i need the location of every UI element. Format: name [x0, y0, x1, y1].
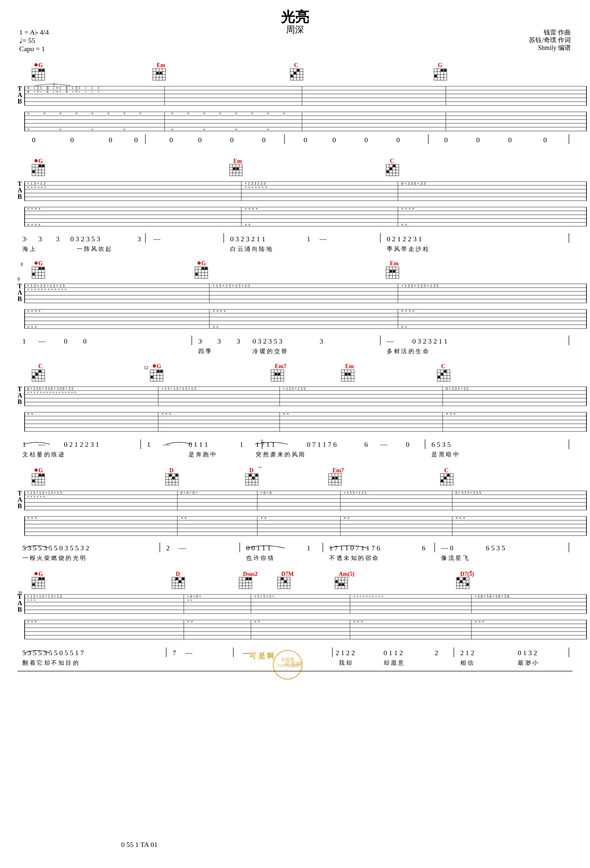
svg-point-411	[176, 474, 178, 477]
chord-G5: G	[38, 467, 43, 474]
svg-text:0 3 2 3 2 1 1: 0 3 2 3 2 1 1	[230, 235, 265, 243]
chord-C5: C	[444, 467, 448, 474]
svg-point-335	[444, 370, 447, 373]
svg-text:T: T	[18, 180, 22, 187]
svg-text:—: —	[185, 649, 193, 657]
chord-D5: D	[170, 467, 174, 474]
svg-point-401	[42, 474, 44, 477]
svg-point-422	[255, 474, 258, 477]
svg-point-556	[460, 580, 462, 583]
svg-text:可  是  啊: 可 是 啊	[249, 652, 274, 660]
svg-text:2  1 2 2: 2 1 2 2	[336, 649, 355, 657]
svg-text:×: ×	[43, 111, 46, 116]
svg-text:吉他谱: 吉他谱	[281, 657, 294, 662]
svg-point-213	[39, 267, 41, 270]
svg-text:0: 0	[406, 440, 409, 449]
svg-point-294	[35, 373, 38, 375]
svg-text:×: ×	[203, 127, 205, 132]
svg-text:A: A	[18, 392, 22, 399]
svg-text:0  0 1 1 1: 0 0 1 1 1	[246, 544, 271, 552]
svg-point-316	[278, 373, 280, 375]
svg-text:1 7 1 1  0 7 1 1 7 6: 1 7 1 1 0 7 1 1 7 6	[329, 544, 381, 552]
svg-text:2: 2	[166, 544, 170, 552]
svg-text:A: A	[18, 289, 22, 296]
svg-text:0: 0	[83, 337, 87, 345]
svg-point-420	[249, 474, 252, 477]
svg-text:×    ×: × ×	[344, 516, 350, 521]
svg-text:×: ×	[59, 111, 62, 116]
svg-text:0  2 1 2 2 3 1: 0 2 1 2 2 3 1	[387, 235, 422, 243]
svg-text:×: ×	[123, 127, 125, 132]
svg-point-506	[32, 583, 35, 586]
svg-text:×    ×: × ×	[181, 516, 187, 521]
svg-text:0 1 3 2: 0 1 3 2	[518, 649, 537, 657]
svg-point-28	[291, 75, 293, 77]
svg-text:B: B	[18, 606, 22, 613]
svg-rect-0	[0, 0, 590, 868]
svg-point-399	[32, 480, 35, 482]
svg-text:×     ×     ×     ×: × × × ×	[245, 207, 258, 211]
svg-point-306	[160, 370, 163, 373]
svg-point-333	[438, 376, 440, 378]
svg-point-441	[447, 474, 450, 477]
svg-text:×      ×      ×: × × ×	[27, 598, 35, 602]
chord-Am5: Am(5)	[339, 571, 354, 577]
svg-text:0 2 1 2 2 3 1: 0 2 1 2 2 3 1	[64, 440, 99, 449]
svg-point-558	[466, 583, 469, 586]
svg-point-536	[284, 580, 287, 583]
svg-text:1: 1	[34, 86, 35, 90]
svg-text:0: 0	[304, 136, 307, 144]
svg-text:×: ×	[65, 90, 68, 94]
chord-Em1: Em	[156, 62, 165, 68]
svg-point-132	[42, 165, 44, 167]
svg-point-224	[195, 273, 198, 276]
svg-text:一  阵  风  吹  起: 一 阵 风 吹 起	[77, 246, 111, 252]
svg-text:0 × 3  3  3  × 3  2: 0 × 3 3 3 × 3 2	[446, 387, 469, 391]
svg-text:B: B	[18, 295, 22, 302]
meta-lyricist: 苏钰/奇璞 作词	[529, 37, 571, 43]
svg-text:—: —	[386, 337, 394, 345]
svg-text:0: 0	[508, 136, 512, 144]
svg-text:×  ×   ×   ×  ×  × ×: × × × × × × ×	[245, 185, 267, 189]
svg-text:—: —	[319, 235, 327, 243]
svg-text:文  枯  萎  的  痕  迹: 文 枯 萎 的 痕 迹	[22, 451, 64, 458]
svg-text:四  季: 四 季	[198, 348, 211, 354]
svg-point-39	[441, 69, 443, 72]
svg-text:×: ×	[123, 111, 125, 116]
chord-D6: D	[176, 571, 180, 577]
svg-text:×      ×      ×      ×: × × × ×	[401, 309, 414, 313]
svg-text:×: ×	[107, 111, 110, 116]
svg-point-226	[205, 267, 207, 270]
svg-text:3: 3	[59, 86, 61, 90]
svg-point-214	[42, 267, 44, 270]
svg-text:×: ×	[85, 86, 87, 90]
svg-text:×: ×	[78, 90, 80, 94]
svg-point-431	[335, 477, 338, 480]
svg-text:×: ×	[59, 127, 62, 132]
svg-text:8: 8	[18, 277, 20, 282]
svg-text:×: ×	[251, 111, 254, 116]
svg-text:相  信: 相 信	[460, 660, 473, 666]
svg-text:×: ×	[97, 90, 99, 94]
svg-text:1: 1	[147, 440, 150, 449]
svg-point-544	[335, 580, 338, 583]
svg-text:0 7 1 1 7 6: 0 7 1 1 7 6	[307, 440, 337, 449]
svg-text:×: ×	[27, 86, 29, 90]
svg-point-430	[332, 477, 335, 480]
svg-text:0  ×  3  3  0  ×  3  3: 0 × 3 3 0 × 3 3	[401, 181, 425, 186]
svg-text:5  3 5 5  3 5 5  0 5 5 1  7: 5 3 5 5 3 5 5 0 5 5 1 7	[22, 649, 84, 657]
svg-text:海  上: 海 上	[22, 246, 35, 252]
svg-text:0: 0	[198, 136, 202, 144]
svg-text:5  3 5 5  3 5 5  0 3 5 5 3 2: 5 3 5 5 3 5 5 0 3 5 5 3 2	[22, 544, 89, 552]
svg-text:×: ×	[46, 90, 48, 94]
svg-text:1: 1	[22, 337, 26, 345]
chord-C2: C	[390, 158, 394, 164]
svg-text:×: ×	[91, 90, 93, 94]
svg-text:A: A	[18, 92, 22, 99]
svg-point-11	[42, 69, 44, 72]
svg-point-40	[444, 69, 447, 72]
chord-D5b: D	[249, 467, 254, 474]
svg-point-527	[249, 577, 252, 580]
svg-text:0 3 2 3 5  3: 0 3 2 3 5 3	[252, 337, 283, 345]
svg-text:**: **	[258, 466, 262, 470]
